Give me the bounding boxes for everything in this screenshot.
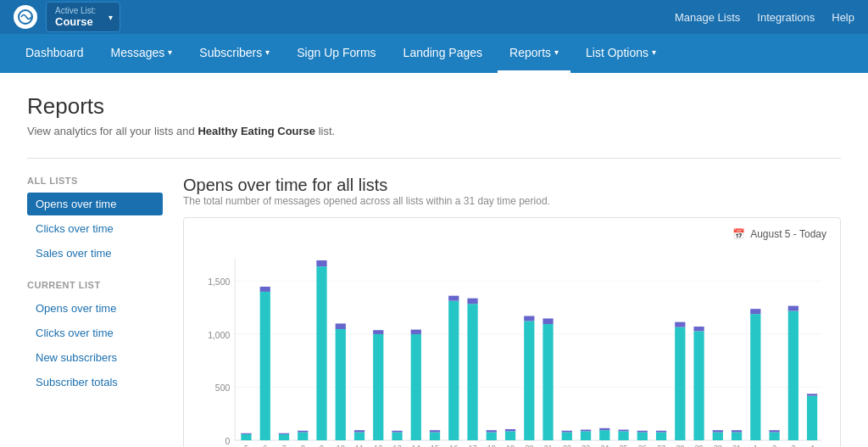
svg-rect-101 (807, 394, 817, 395)
svg-text:31: 31 (732, 444, 741, 447)
manage-lists-link[interactable]: Manage Lists (675, 11, 740, 24)
svg-rect-89 (732, 430, 742, 432)
svg-rect-11 (241, 433, 251, 434)
sidebar-item-cur-clicks[interactable]: Clicks over time (27, 321, 163, 344)
svg-rect-91 (750, 314, 760, 440)
svg-text:2: 2 (772, 444, 776, 447)
top-bar: Active List: Course ▾ Manage Lists Integ… (0, 0, 868, 34)
page-content: Reports View analytics for all your list… (0, 73, 868, 447)
all-lists-section: ALL LISTS Opens over time Clicks over ti… (27, 176, 163, 265)
svg-rect-85 (713, 433, 723, 441)
svg-rect-55 (524, 321, 534, 440)
chart-header: Opens over time for all lists The total … (183, 176, 841, 207)
svg-text:500: 500 (215, 383, 231, 393)
svg-text:12: 12 (374, 444, 382, 447)
svg-rect-76 (656, 433, 666, 441)
active-list-selector[interactable]: Active List: Course ▾ (46, 2, 120, 32)
svg-text:7: 7 (281, 444, 286, 447)
page-subtitle: View analytics for all your lists and He… (27, 125, 841, 137)
logo-icon (14, 5, 37, 29)
sidebar-item-sub-totals[interactable]: Subscriber totals (27, 371, 163, 394)
svg-text:3: 3 (791, 444, 795, 447)
sidebar-item-new-subs[interactable]: New subscribers (27, 346, 163, 369)
svg-rect-94 (769, 433, 779, 441)
svg-rect-59 (542, 318, 553, 324)
svg-rect-19 (298, 433, 308, 441)
active-list-label: Active List: (55, 6, 96, 15)
svg-text:26: 26 (638, 444, 647, 447)
svg-rect-31 (373, 334, 383, 440)
all-lists-title: ALL LISTS (27, 176, 163, 186)
nav-subscribers[interactable]: Subscribers ▾ (187, 34, 281, 73)
svg-text:9: 9 (320, 444, 324, 447)
sidebar-item-all-clicks[interactable]: Clicks over time (27, 217, 163, 240)
nav-messages[interactable]: Messages ▾ (99, 34, 185, 73)
chevron-down-icon: ▾ (168, 47, 172, 57)
svg-text:24: 24 (600, 444, 609, 447)
svg-rect-41 (430, 430, 440, 432)
svg-text:5: 5 (244, 444, 248, 447)
svg-rect-92 (750, 309, 760, 314)
svg-rect-79 (675, 327, 685, 440)
calendar-icon: 📅 (732, 228, 745, 240)
nav-dashboard[interactable]: Dashboard (14, 34, 96, 73)
svg-rect-73 (637, 433, 648, 441)
svg-rect-34 (392, 433, 402, 441)
current-list-section: CURRENT LIST Opens over time Clicks over… (27, 280, 163, 394)
page-title: Reports (27, 93, 841, 120)
svg-rect-70 (618, 431, 628, 440)
svg-text:23: 23 (581, 444, 590, 447)
svg-text:1,500: 1,500 (208, 277, 230, 287)
svg-text:19: 19 (506, 444, 515, 447)
svg-rect-67 (599, 430, 609, 440)
svg-text:18: 18 (487, 444, 496, 447)
svg-rect-82 (693, 331, 704, 440)
svg-text:15: 15 (431, 444, 439, 447)
chevron-down-icon: ▾ (652, 47, 656, 57)
svg-text:29: 29 (694, 444, 703, 447)
divider (27, 158, 841, 159)
svg-rect-23 (316, 260, 326, 266)
svg-text:0: 0 (225, 437, 230, 446)
svg-text:28: 28 (676, 444, 684, 447)
svg-rect-22 (316, 266, 326, 440)
svg-rect-46 (467, 304, 477, 440)
svg-text:10: 10 (337, 444, 345, 447)
svg-rect-25 (336, 329, 346, 440)
nav-signup-forms[interactable]: Sign Up Forms (285, 34, 387, 73)
sidebar-item-all-opens[interactable]: Opens over time (27, 193, 163, 215)
svg-rect-53 (505, 429, 515, 431)
top-bar-left: Active List: Course ▾ (14, 2, 120, 32)
svg-rect-56 (524, 316, 534, 321)
chart-title: Opens over time for all lists (183, 176, 841, 195)
reports-layout: ALL LISTS Opens over time Clicks over ti… (27, 176, 841, 447)
svg-rect-40 (430, 433, 440, 441)
svg-text:1,000: 1,000 (208, 331, 230, 340)
sidebar-item-all-sales[interactable]: Sales over time (27, 242, 163, 265)
active-list-name: Course (55, 15, 93, 28)
svg-rect-74 (637, 431, 648, 433)
svg-rect-68 (599, 428, 609, 430)
svg-rect-52 (505, 431, 515, 440)
nav-list-options[interactable]: List Options ▾ (574, 34, 668, 73)
nav-reports[interactable]: Reports ▾ (498, 34, 570, 73)
svg-rect-95 (769, 430, 779, 432)
svg-rect-83 (693, 327, 704, 331)
svg-rect-62 (562, 431, 572, 433)
chart-svg-wrapper: 0 500 1,000 1,500 5678910111213141516171… (198, 249, 826, 447)
svg-point-0 (19, 10, 32, 24)
svg-rect-17 (279, 433, 289, 434)
svg-rect-13 (260, 292, 270, 440)
current-list-title: CURRENT LIST (27, 280, 163, 290)
nav-landing-pages[interactable]: Landing Pages (392, 34, 494, 73)
chart-box: 📅 August 5 - Today 0 500 1,000 (183, 217, 841, 447)
integrations-link[interactable]: Integrations (757, 11, 815, 24)
svg-text:16: 16 (449, 444, 458, 447)
svg-rect-28 (354, 433, 364, 441)
sidebar-item-cur-opens[interactable]: Opens over time (27, 297, 163, 320)
svg-rect-97 (788, 311, 798, 441)
svg-rect-77 (656, 431, 666, 433)
help-link[interactable]: Help (832, 11, 854, 24)
svg-text:1: 1 (754, 444, 758, 447)
svg-rect-100 (807, 396, 817, 440)
